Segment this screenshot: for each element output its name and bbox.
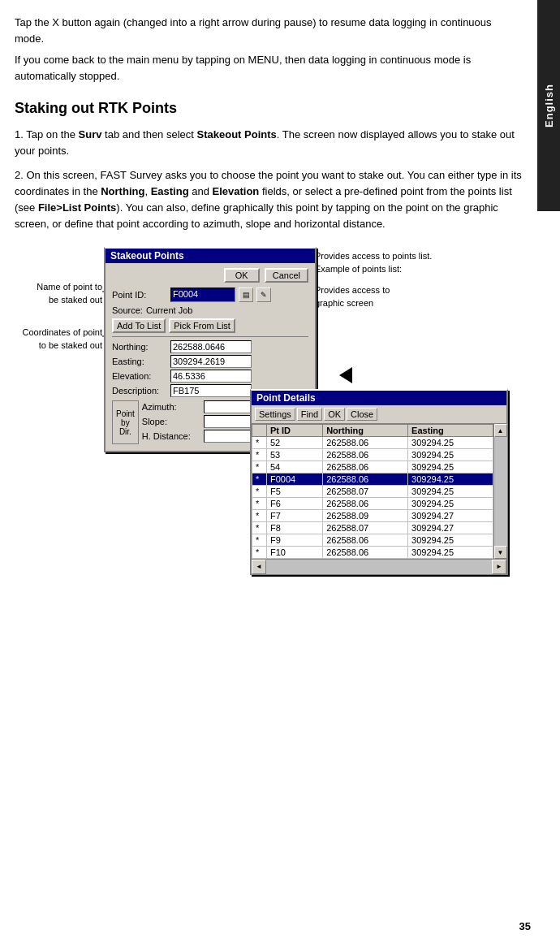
source-label: Source:: [112, 305, 143, 315]
intro-para2: If you come back to the main menu by tap…: [15, 52, 523, 84]
cell-easting: 309294.25: [408, 547, 493, 559]
point-by-dir-label: Point by Dir.: [112, 400, 139, 444]
cell-ptid: 54: [267, 461, 323, 474]
table-row[interactable]: *54262588.06309294.25: [252, 461, 493, 474]
annotation-name-of-point: Name of point tobe staked out: [15, 281, 102, 306]
cell-ptid: 53: [267, 449, 323, 461]
scroll-down-button[interactable]: ▼: [494, 546, 507, 559]
cell-ptid: F0004: [267, 474, 323, 486]
cell-ptid: F10: [267, 547, 323, 559]
find-button[interactable]: Find: [297, 408, 322, 421]
add-to-list-button[interactable]: Add To List: [112, 318, 166, 333]
edit-icon-button[interactable]: ✎: [256, 288, 271, 302]
table-row[interactable]: *F10262588.06309294.25: [252, 547, 493, 559]
elevation-input[interactable]: 46.5336: [170, 370, 252, 383]
settings-button[interactable]: Settings: [255, 408, 295, 421]
dir-fields: Azimuth: Slope: H. Distance:: [142, 400, 256, 444]
col-easting: Easting: [408, 425, 493, 437]
table-row[interactable]: *F9262588.06309294.25: [252, 534, 493, 547]
cancel-button[interactable]: Cancel: [265, 268, 308, 283]
source-row: Source: Current Job: [112, 305, 308, 315]
browse-icon: ▤: [243, 291, 250, 299]
table-row[interactable]: *53262588.06309294.25: [252, 449, 493, 461]
list-buttons-row: Add To List Pick From List: [112, 318, 308, 333]
table-row[interactable]: *52262588.06309294.25: [252, 437, 493, 449]
point-id-label: Point ID:: [112, 290, 167, 300]
cell-star: *: [252, 522, 267, 534]
scroll-up-button[interactable]: ▲: [494, 424, 507, 437]
cell-northing: 262588.07: [323, 486, 408, 498]
cell-easting: 309294.25: [408, 534, 493, 547]
close-button[interactable]: Close: [347, 408, 377, 421]
annotation-graphic-screen: Provides access tographic screen: [315, 284, 390, 309]
table-header: Pt ID Northing Easting: [252, 425, 493, 437]
table-row[interactable]: *F0004262588.06309294.25: [252, 474, 493, 486]
step1-text: Tap on the Surv tab and then select Stak…: [15, 128, 515, 157]
elevation-label: Elevation:: [112, 371, 169, 381]
cell-northing: 262588.06: [323, 474, 408, 486]
language-sidebar: English: [537, 0, 560, 211]
cell-northing: 262588.06: [323, 437, 408, 449]
cell-star: *: [252, 547, 267, 559]
edit-icon: ✎: [261, 291, 267, 299]
cell-easting: 309294.25: [408, 437, 493, 449]
cell-easting: 309294.25: [408, 486, 493, 498]
cell-star: *: [252, 461, 267, 474]
cell-ptid: 52: [267, 437, 323, 449]
cell-northing: 262588.06: [323, 534, 408, 547]
point-id-input[interactable]: F0004: [170, 288, 235, 302]
h-distance-input[interactable]: [204, 430, 256, 443]
cell-star: *: [252, 534, 267, 547]
table-row[interactable]: *F6262588.06309294.25: [252, 498, 493, 510]
pick-from-list-button[interactable]: Pick From List: [169, 318, 235, 333]
step2-num: 2.: [15, 169, 26, 181]
scroll-track: [494, 437, 507, 546]
point-details-titlebar: Point Details: [252, 391, 506, 405]
slope-row: Slope:: [142, 415, 256, 428]
easting-label: Easting:: [112, 357, 169, 366]
ok-button[interactable]: OK: [224, 268, 260, 283]
cell-northing: 262588.06: [323, 498, 408, 510]
easting-input[interactable]: 309294.2619: [170, 355, 252, 368]
annotation-points-list: Provides access to points list. Example …: [315, 250, 432, 275]
cell-easting: 309294.25: [408, 449, 493, 461]
description-input[interactable]: FB175: [170, 384, 252, 397]
table-row[interactable]: *F5262588.07309294.25: [252, 486, 493, 498]
easting-row: Easting: 309294.2619: [112, 355, 308, 368]
pd-ok-button[interactable]: OK: [324, 408, 345, 421]
northing-input[interactable]: 262588.0646: [170, 340, 252, 353]
cell-ptid: F6: [267, 498, 323, 510]
table-row[interactable]: *F7262588.09309294.27: [252, 510, 493, 522]
scroll-left-button[interactable]: ◄: [252, 560, 266, 574]
section-title: Staking out RTK Points: [15, 100, 523, 117]
step1: 1. Tap on the Surv tab and then select S…: [15, 127, 523, 159]
cell-northing: 262588.09: [323, 510, 408, 522]
intro-para1: Tap the X button again (changed into a r…: [15, 15, 523, 47]
cell-star: *: [252, 449, 267, 461]
scroll-right-button[interactable]: ►: [492, 560, 506, 574]
cell-easting: 309294.27: [408, 510, 493, 522]
h-distance-label: H. Distance:: [142, 431, 200, 441]
h-scroll-track: [266, 560, 492, 574]
slope-input[interactable]: [204, 415, 256, 428]
vertical-scrollbar[interactable]: ▲ ▼: [493, 424, 506, 559]
svg-marker-7: [339, 367, 352, 383]
main-content: Tap the X button again (changed into a r…: [15, 15, 529, 588]
horizontal-scrollbar[interactable]: ◄ ►: [252, 559, 506, 573]
table-row[interactable]: *F8262588.07309294.27: [252, 522, 493, 534]
browse-icon-button[interactable]: ▤: [239, 288, 253, 302]
cell-easting: 309294.27: [408, 522, 493, 534]
page-number: 35: [519, 920, 531, 932]
azimuth-input[interactable]: [204, 400, 256, 413]
elevation-row: Elevation: 46.5336: [112, 370, 308, 383]
point-details-toolbar: Settings Find OK Close: [252, 405, 506, 424]
cell-northing: 262588.06: [323, 449, 408, 461]
cell-ptid: F5: [267, 486, 323, 498]
point-details-table: Pt ID Northing Easting *52262588.0630929…: [252, 424, 493, 559]
annotation-coordinates-of-point: Coordinates of pointto be staked out: [15, 326, 102, 352]
step2-text: On this screen, FAST Survey asks you to …: [15, 169, 522, 230]
col-star: [252, 425, 267, 437]
step2: 2. On this screen, FAST Survey asks you …: [15, 167, 523, 233]
language-label: English: [543, 84, 555, 128]
steps-block: 1. Tap on the Surv tab and then select S…: [15, 127, 523, 233]
